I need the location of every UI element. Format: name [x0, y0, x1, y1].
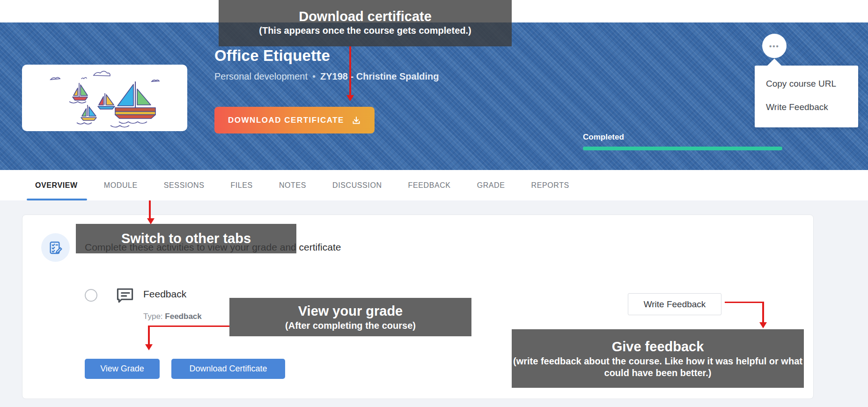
- activity-title: Feedback: [143, 289, 186, 300]
- subtitle-separator: •: [312, 71, 316, 81]
- annotation-view-grade-subtitle: (After completing the course): [229, 320, 471, 332]
- activity-type-value: Feedback: [165, 312, 201, 321]
- course-subtitle: Personal development•ZY198 - Christine S…: [214, 71, 439, 82]
- annotation-switch-tabs-title: Switch to other tabs: [76, 230, 296, 247]
- tab-overview[interactable]: OVERVIEW: [35, 170, 78, 200]
- arrow-to-view-grade-vertical: [148, 326, 150, 344]
- tab-sessions[interactable]: SESSIONS: [164, 170, 205, 200]
- ellipsis-icon: •••: [769, 43, 780, 50]
- tab-feedback[interactable]: FEEDBACK: [408, 170, 451, 200]
- tab-grade[interactable]: GRADE: [477, 170, 505, 200]
- checklist-icon: [48, 240, 63, 255]
- progress-label: Completed: [583, 133, 624, 142]
- arrow-to-view-grade-horizontal: [149, 326, 229, 327]
- write-feedback-button[interactable]: Write Feedback: [628, 293, 721, 315]
- arrowhead-to-tabs: [147, 218, 154, 224]
- activity-type-label: Type:: [143, 312, 163, 321]
- annotation-give-feedback-subtitle: (write feedback about the course. Like h…: [512, 355, 804, 379]
- activity-type: Type: Feedback: [143, 312, 202, 321]
- arrow-to-tabs: [149, 200, 151, 218]
- download-certificate-button-label: DOWNLOAD CERTIFICATE: [228, 116, 344, 125]
- annotation-switch-tabs: Switch to other tabs: [76, 224, 296, 253]
- course-title: Office Etiquette: [214, 47, 330, 65]
- view-grade-button[interactable]: View Grade: [85, 359, 160, 379]
- course-tabbar: OVERVIEW MODULE SESSIONS FILES NOTES DIS…: [0, 170, 868, 200]
- arrowhead-to-view-grade: [145, 344, 153, 350]
- annotation-download-certificate: Download certificate (This appears once …: [219, 0, 512, 46]
- annotation-give-feedback: Give feedback (write feedback about the …: [512, 329, 804, 388]
- sailboats-illustration: [35, 67, 175, 128]
- activity-radio[interactable]: [85, 289, 97, 302]
- course-category: Personal development: [214, 71, 308, 81]
- feedback-activity-icon: [114, 285, 136, 308]
- course-page: Office Etiquette Personal development•ZY…: [0, 0, 868, 407]
- arrow-to-give-feedback-vertical: [762, 302, 764, 322]
- download-certificate-button[interactable]: DOWNLOAD CERTIFICATE: [214, 107, 375, 133]
- tab-discussion[interactable]: DISCUSSION: [332, 170, 382, 200]
- arrow-to-give-feedback-horizontal: [725, 302, 764, 303]
- course-progress-bar: [583, 147, 782, 150]
- course-code-instructor: ZY198 - Christine Spalding: [320, 71, 439, 81]
- arrow-to-download-certificate: [349, 46, 351, 95]
- download-icon: [352, 116, 361, 125]
- annotation-download-certificate-subtitle: (This appears once the course gets compl…: [219, 25, 512, 37]
- annotation-view-grade-title: View your grade: [229, 303, 471, 319]
- course-progress-fill: [583, 147, 782, 150]
- annotation-give-feedback-title: Give feedback: [512, 338, 804, 355]
- tab-notes[interactable]: NOTES: [279, 170, 306, 200]
- download-certificate-secondary-button[interactable]: Download Certificate: [171, 359, 285, 379]
- tab-files[interactable]: FILES: [230, 170, 252, 200]
- activities-icon-circle: [41, 233, 70, 262]
- tab-reports[interactable]: REPORTS: [531, 170, 569, 200]
- menu-item-write-feedback[interactable]: Write Feedback: [755, 96, 858, 119]
- annotation-view-grade: View your grade (After completing the co…: [229, 298, 471, 336]
- annotation-download-certificate-title: Download certificate: [219, 8, 512, 25]
- tab-module[interactable]: MODULE: [104, 170, 138, 200]
- arrowhead-to-download-certificate: [346, 95, 354, 101]
- menu-item-copy-course-url[interactable]: Copy course URL: [755, 72, 858, 96]
- more-options-menu: Copy course URL Write Feedback: [755, 66, 858, 127]
- arrowhead-to-give-feedback: [759, 322, 767, 328]
- more-options-button[interactable]: •••: [762, 34, 787, 58]
- chat-bubble-icon: [114, 285, 136, 306]
- course-thumbnail: [22, 65, 187, 131]
